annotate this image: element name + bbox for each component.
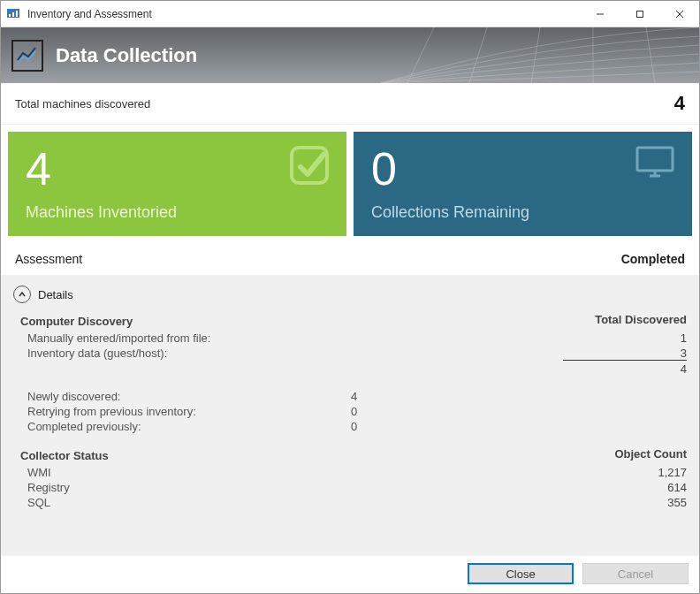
app-icon <box>6 7 20 21</box>
close-window-button[interactable] <box>659 1 699 27</box>
table-row: Inventory data (guest/host): 3 <box>13 346 687 362</box>
table-row: Newly discovered: 4 <box>13 389 687 404</box>
card-remaining: 0 Collections Remaining <box>354 132 692 236</box>
discovery-count-label: Completed previously: <box>27 420 141 433</box>
details-panel: Details Computer Discovery Total Discove… <box>1 275 699 556</box>
object-count-heading: Object Count <box>563 447 687 464</box>
collector-row-value: 614 <box>563 481 687 494</box>
chevron-up-icon <box>13 286 31 303</box>
collector-title: Collector Status <box>20 449 109 462</box>
details-header-text: Details <box>38 288 73 301</box>
collector-row-value: 355 <box>563 496 687 509</box>
svg-rect-2 <box>12 12 14 17</box>
svg-rect-14 <box>637 148 673 171</box>
window: Inventory and Assessment <box>0 0 700 594</box>
table-row: SQL 355 <box>13 495 687 510</box>
titlebar: Inventory and Assessment <box>1 1 699 27</box>
details-toggle[interactable]: Details <box>13 280 687 312</box>
svg-rect-5 <box>636 11 643 17</box>
svg-line-12 <box>646 27 655 83</box>
window-title: Inventory and Assessment <box>27 8 152 20</box>
card-remaining-caption: Collections Remaining <box>371 203 674 222</box>
card-inventoried-value: 4 <box>26 146 329 192</box>
assessment-row: Assessment Completed <box>1 243 699 275</box>
discovery-count-value: 0 <box>351 420 687 433</box>
assessment-status: Completed <box>621 252 685 266</box>
cards: 4 Machines Inventoried 0 Collections Rem… <box>1 125 699 243</box>
banner-mesh-decor <box>381 27 699 83</box>
total-discovered-label: Total machines discovered <box>15 97 150 110</box>
collector-row-value: 1,217 <box>563 466 687 479</box>
table-row: Manually entered/imported from file: 1 <box>13 331 687 346</box>
table-row: WMI 1,217 <box>13 465 687 480</box>
cancel-button: Cancel <box>582 563 689 584</box>
chart-icon <box>11 40 43 72</box>
total-discovered-heading: Total Discovered <box>563 313 687 330</box>
table-row: Completed previously: 0 <box>13 419 687 434</box>
svg-rect-1 <box>9 14 11 17</box>
discovery-row-value: 3 <box>563 346 687 361</box>
card-remaining-value: 0 <box>371 146 674 192</box>
maximize-button[interactable] <box>620 1 659 27</box>
discovery-count-value: 0 <box>351 405 687 418</box>
banner-title: Data Collection <box>56 44 197 67</box>
discovery-row-label: Manually entered/imported from file: <box>27 331 210 345</box>
total-discovered-row: Total machines discovered 4 <box>1 83 699 125</box>
svg-rect-3 <box>16 11 18 17</box>
footer: Close Cancel <box>1 556 699 593</box>
total-discovered-value: 4 <box>674 92 685 115</box>
svg-line-8 <box>407 27 434 83</box>
table-row: Retrying from previous inventory: 0 <box>13 404 687 419</box>
table-row: 4 <box>13 362 687 377</box>
checkmark-icon <box>288 144 331 189</box>
assessment-label: Assessment <box>15 252 82 266</box>
discovery-title: Computer Discovery <box>20 315 133 328</box>
window-controls <box>580 1 699 27</box>
card-inventoried: 4 Machines Inventoried <box>8 132 346 236</box>
table-row: Registry 614 <box>13 480 687 495</box>
discovery-count-value: 4 <box>351 390 687 403</box>
card-inventoried-caption: Machines Inventoried <box>26 203 329 222</box>
collector-row-label: SQL <box>27 496 50 509</box>
discovery-row-value: 1 <box>563 331 687 345</box>
close-button[interactable]: Close <box>468 563 574 584</box>
discovery-count-label: Retrying from previous inventory: <box>27 405 196 418</box>
discovery-total-value: 4 <box>563 362 687 376</box>
discovery-count-label: Newly discovered: <box>27 390 121 403</box>
minimize-button[interactable] <box>580 1 620 27</box>
collector-row-label: Registry <box>27 481 70 494</box>
svg-line-10 <box>531 27 540 83</box>
collector-row-label: WMI <box>27 466 51 479</box>
discovery-row-label: Inventory data (guest/host): <box>27 346 167 361</box>
monitor-icon <box>634 144 676 182</box>
svg-line-9 <box>469 27 487 83</box>
banner: Data Collection <box>1 27 699 83</box>
